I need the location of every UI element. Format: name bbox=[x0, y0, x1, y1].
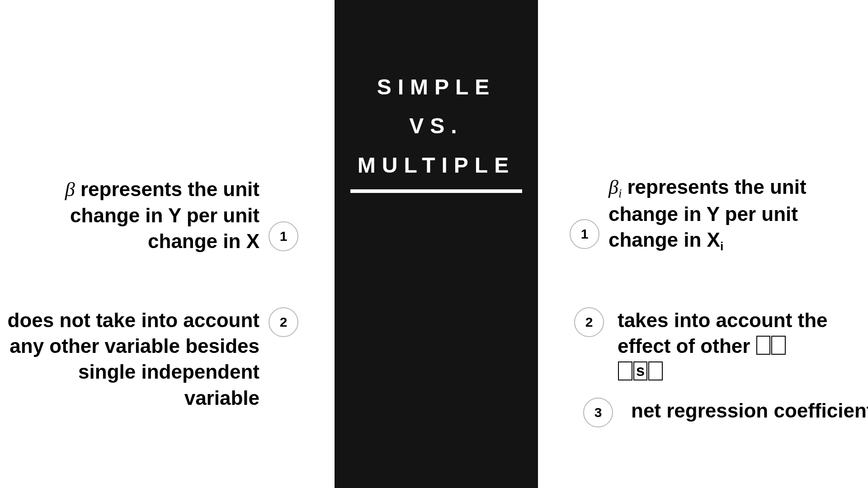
x-sub-i: i bbox=[720, 239, 723, 253]
left-column: β represents the unit change in Y per un… bbox=[0, 0, 316, 488]
beta-symbol: β bbox=[65, 178, 75, 201]
item-text: does not take into account any other var… bbox=[6, 307, 259, 411]
bullet-number: 2 bbox=[269, 307, 298, 337]
bullet-number: 1 bbox=[269, 221, 298, 251]
bullet-number: 1 bbox=[570, 219, 599, 249]
item-body: represents the unit change in Y per unit… bbox=[609, 176, 807, 251]
title-line-2: VS. bbox=[335, 107, 538, 145]
bullet-number: 3 bbox=[583, 398, 613, 427]
right-column: 1 βi represents the unit change in Y per… bbox=[556, 0, 868, 488]
list-item: 3 net regression coefficient bbox=[583, 398, 868, 427]
item-text: net regression coefficient bbox=[631, 398, 868, 423]
beta-i-symbol: βi bbox=[609, 176, 622, 198]
item-body: represents the unit change in Y per unit… bbox=[70, 178, 259, 252]
item-text: βi represents the unit change in Y per u… bbox=[609, 174, 862, 254]
title-underline bbox=[350, 189, 522, 193]
missing-glyph-s-icon bbox=[633, 361, 648, 380]
center-band: SIMPLE VS. MULTIPLE bbox=[335, 0, 538, 488]
center-title: SIMPLE VS. MULTIPLE bbox=[335, 68, 538, 193]
item-body-a: takes into account the effect of other bbox=[618, 309, 828, 357]
item-text: β represents the unit change in Y per un… bbox=[6, 176, 259, 254]
missing-glyph-icon bbox=[771, 336, 786, 355]
title-line-1: SIMPLE bbox=[335, 68, 538, 107]
list-item: 1 βi represents the unit change in Y per… bbox=[570, 174, 862, 254]
item-text: takes into account the effect of other bbox=[618, 307, 868, 385]
title-line-3: MULTIPLE bbox=[335, 146, 538, 185]
missing-glyph-icon bbox=[618, 361, 632, 380]
missing-glyph-icon bbox=[756, 336, 771, 355]
list-item: does not take into account any other var… bbox=[6, 307, 298, 411]
list-item: 2 takes into account the effect of other bbox=[574, 307, 868, 385]
list-item: β represents the unit change in Y per un… bbox=[6, 176, 298, 254]
bullet-number: 2 bbox=[574, 307, 604, 337]
missing-glyph-icon bbox=[648, 361, 663, 380]
